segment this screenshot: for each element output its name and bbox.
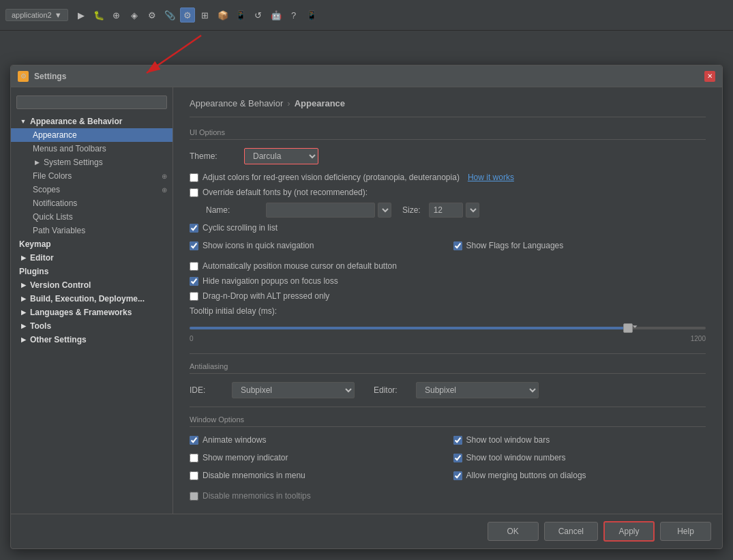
app-combo[interactable]: application2 ▼ — [5, 9, 68, 21]
sdk2-icon[interactable]: 📱 — [304, 8, 319, 23]
sidebar-item-plugins[interactable]: Plugins — [11, 265, 173, 278]
device-icon[interactable]: 📱 — [233, 8, 248, 23]
adjust-colors-checkbox[interactable] — [190, 173, 198, 182]
drag-drop-checkbox[interactable] — [190, 292, 198, 301]
hide-nav-checkbox[interactable] — [190, 277, 198, 286]
sidebar-item-path-variables[interactable]: Path Variables — [11, 224, 173, 237]
font-size-input[interactable] — [429, 203, 463, 218]
sidebar-item-other-settings[interactable]: ▶ Other Settings — [11, 333, 173, 347]
theme-select[interactable]: Darcula IntelliJ High contrast — [244, 148, 318, 164]
sidebar-item-languages[interactable]: ▶ Languages & Frameworks — [11, 306, 173, 319]
auto-position-row: Automatically position mouse cursor on d… — [190, 261, 706, 271]
disable-mnemonics-checkbox[interactable] — [190, 471, 198, 480]
apply-button[interactable]: Apply — [603, 521, 655, 542]
disable-mnemonics-tooltips-label[interactable]: Disable mnemonics in tooltips — [203, 491, 311, 501]
override-fonts-row: Override default fonts by (not recommend… — [190, 188, 706, 197]
allow-merging-checkbox[interactable] — [453, 471, 462, 480]
sidebar-item-keymap[interactable]: Keymap — [11, 237, 173, 251]
sidebar-item-tools[interactable]: ▶ Tools — [11, 319, 173, 333]
hide-nav-row: Hide navigation popups on focus loss — [190, 276, 706, 286]
sidebar-label-quick-lists: Quick Lists — [33, 212, 73, 222]
animate-windows-label[interactable]: Animate windows — [203, 435, 266, 445]
help-icon[interactable]: ? — [286, 8, 301, 23]
close-button[interactable]: ✕ — [704, 71, 715, 82]
disable-mnemonics-tooltips-checkbox[interactable] — [190, 492, 198, 501]
ide-aa-select[interactable]: Subpixel Greyscale None — [232, 382, 355, 398]
show-icons-checkbox[interactable] — [190, 241, 198, 250]
size-label: Size: — [402, 205, 421, 215]
sidebar-item-notifications[interactable]: Notifications — [11, 196, 173, 210]
show-memory-label[interactable]: Show memory indicator — [203, 453, 288, 462]
expand-icon-tools: ▶ — [19, 322, 27, 330]
cyclic-scrolling-row: Cyclic scrolling in list — [190, 223, 443, 233]
sidebar-label-appearance: Appearance — [33, 130, 77, 140]
show-tool-numbers-label[interactable]: Show tool window numbers — [466, 453, 566, 462]
font-size-dropdown[interactable] — [466, 203, 479, 218]
profile-icon[interactable]: ◈ — [127, 8, 142, 23]
how-it-works-link[interactable]: How it works — [468, 173, 514, 182]
sidebar-item-build-execution[interactable]: ▶ Build, Execution, Deployme... — [11, 292, 173, 306]
sidebar-item-appearance[interactable]: Appearance — [11, 128, 173, 142]
font-name-dropdown[interactable] — [378, 203, 391, 218]
cancel-button[interactable]: Cancel — [544, 522, 598, 541]
show-memory-checkbox[interactable] — [190, 454, 198, 462]
coverage-icon[interactable]: ⊕ — [109, 8, 124, 23]
search-input[interactable] — [16, 95, 167, 109]
disable-mnemonics-label[interactable]: Disable mnemonics in menu — [203, 471, 305, 480]
help-button[interactable]: Help — [660, 522, 711, 541]
antialiasing-label: Antialiasing — [190, 362, 706, 374]
sidebar-item-scopes[interactable]: Scopes ⊕ — [11, 183, 173, 196]
build-icon[interactable]: ⚙ — [145, 8, 160, 23]
debug-icon[interactable]: 🐛 — [91, 8, 106, 23]
main-content: Appearance & Behavior › Appearance UI Op… — [173, 87, 722, 514]
breadcrumb: Appearance & Behavior › Appearance — [190, 98, 706, 117]
android-icon[interactable]: 🤖 — [269, 8, 284, 23]
sidebar-label-build-execution: Build, Execution, Deployme... — [30, 294, 145, 304]
ide-aa-label: IDE: — [190, 385, 224, 395]
hide-nav-label[interactable]: Hide navigation popups on focus loss — [203, 276, 338, 286]
font-name-input[interactable] — [266, 203, 375, 218]
editor-aa-select[interactable]: Subpixel Greyscale None — [416, 382, 539, 398]
show-tool-numbers-checkbox[interactable] — [453, 454, 462, 462]
attach-icon[interactable]: 📎 — [162, 8, 177, 23]
show-tool-bars-checkbox[interactable] — [453, 436, 462, 445]
sidebar-item-editor[interactable]: ▶ Editor — [11, 251, 173, 265]
override-fonts-label[interactable]: Override default fonts by (not recommend… — [203, 188, 368, 197]
sidebar-item-file-colors[interactable]: File Colors ⊕ — [11, 169, 173, 183]
show-tool-bars-label[interactable]: Show tool window bars — [466, 435, 550, 445]
sidebar-label-keymap: Keymap — [19, 239, 51, 249]
drag-drop-row: Drag-n-Drop with ALT pressed only — [190, 291, 706, 301]
sdk-icon[interactable]: 📦 — [215, 8, 230, 23]
allow-merging-label[interactable]: Allow merging buttons on dialogs — [466, 471, 586, 480]
sidebar-item-appearance-behavior[interactable]: ▼ Appearance & Behavior — [11, 115, 173, 128]
sidebar-label-appearance-behavior: Appearance & Behavior — [30, 117, 122, 126]
cyclic-scrolling-checkbox[interactable] — [190, 224, 198, 233]
ui-options-label: UI Options — [190, 128, 706, 140]
cyclic-scrolling-label[interactable]: Cyclic scrolling in list — [203, 223, 278, 233]
adjust-colors-label[interactable]: Adjust colors for red-green vision defic… — [203, 173, 460, 182]
settings-icon[interactable]: ⚙ — [180, 8, 195, 23]
sidebar-label-languages: Languages & Frameworks — [30, 308, 132, 317]
sidebar-item-version-control[interactable]: ▶ Version Control — [11, 278, 173, 292]
allow-merging-row: Allow merging buttons on dialogs — [453, 471, 706, 480]
sidebar-item-system-settings[interactable]: ▶ System Settings — [11, 156, 173, 169]
sidebar-item-quick-lists[interactable]: Quick Lists — [11, 210, 173, 224]
app-name: application2 — [12, 11, 52, 19]
show-flags-checkbox[interactable] — [453, 241, 462, 250]
drag-drop-label[interactable]: Drag-n-Drop with ALT pressed only — [203, 291, 329, 301]
dialog-footer: OK Cancel Apply Help — [11, 514, 722, 548]
ok-button[interactable]: OK — [488, 522, 539, 541]
show-flags-row: Show Flags for Languages — [453, 241, 706, 250]
layout-icon[interactable]: ⊞ — [198, 8, 213, 23]
auto-position-checkbox[interactable] — [190, 262, 198, 271]
run-icon[interactable]: ▶ — [74, 8, 89, 23]
override-fonts-checkbox[interactable] — [190, 188, 198, 197]
sidebar-label-file-colors: File Colors — [33, 171, 72, 181]
auto-position-label[interactable]: Automatically position mouse cursor on d… — [203, 261, 397, 271]
slider-value-flag: ⏷ — [628, 321, 642, 333]
show-flags-label[interactable]: Show Flags for Languages — [466, 241, 564, 250]
show-icons-label[interactable]: Show icons in quick navigation — [203, 241, 314, 250]
sync-icon[interactable]: ↺ — [251, 8, 266, 23]
sidebar-item-menus-toolbars[interactable]: Menus and Toolbars — [11, 142, 173, 156]
animate-windows-checkbox[interactable] — [190, 436, 198, 445]
